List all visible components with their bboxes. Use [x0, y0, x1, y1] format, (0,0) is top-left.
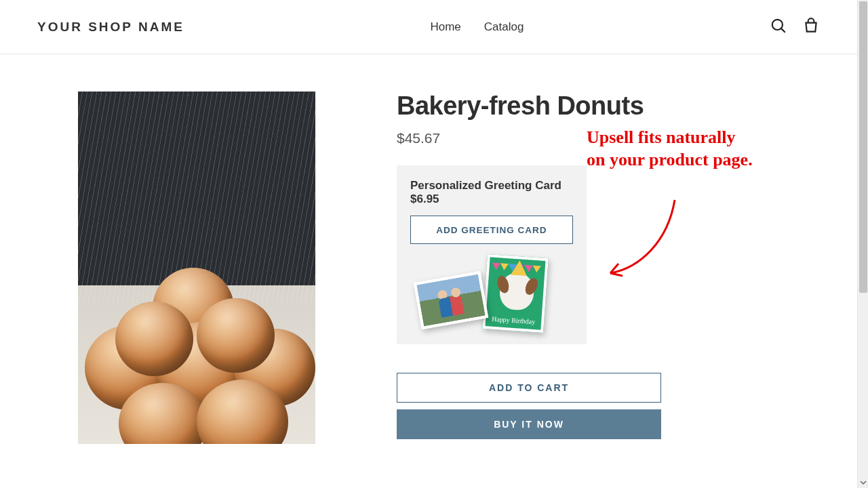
cart-icon[interactable]	[802, 17, 820, 37]
scrollbar-thumb[interactable]	[859, 1, 867, 293]
svg-line-1	[781, 28, 785, 33]
buy-it-now-button[interactable]: BUY IT NOW	[397, 409, 661, 439]
add-greeting-card-button[interactable]: ADD GREETING CARD	[410, 216, 573, 244]
search-icon[interactable]	[770, 17, 787, 37]
scrollbar[interactable]	[857, 0, 868, 488]
nav-home[interactable]: Home	[430, 20, 460, 34]
product-title: Bakery-fresh Donuts	[397, 92, 820, 121]
header-icons	[770, 17, 820, 37]
upsell-price: $6.95	[410, 192, 573, 206]
upsell-box: Personalized Greeting Card $6.95 ADD GRE…	[397, 165, 587, 344]
add-to-cart-button[interactable]: ADD TO CART	[397, 373, 661, 403]
main-nav: Home Catalog	[430, 20, 524, 34]
scrollbar-down-icon[interactable]	[858, 477, 868, 488]
product-image	[78, 92, 315, 444]
card-caption: Happy Birthday	[486, 314, 542, 326]
shop-logo[interactable]: YOUR SHOP NAME	[37, 20, 184, 35]
upsell-image: Happy Birthday	[410, 256, 573, 331]
upsell-title: Personalized Greeting Card	[410, 179, 573, 192]
annotation-text: Upsell fits naturally on your product pa…	[587, 127, 817, 171]
svg-point-0	[772, 19, 783, 29]
site-header: YOUR SHOP NAME Home Catalog	[0, 0, 857, 54]
nav-catalog[interactable]: Catalog	[484, 20, 524, 34]
annotation-arrow-icon	[600, 193, 682, 281]
